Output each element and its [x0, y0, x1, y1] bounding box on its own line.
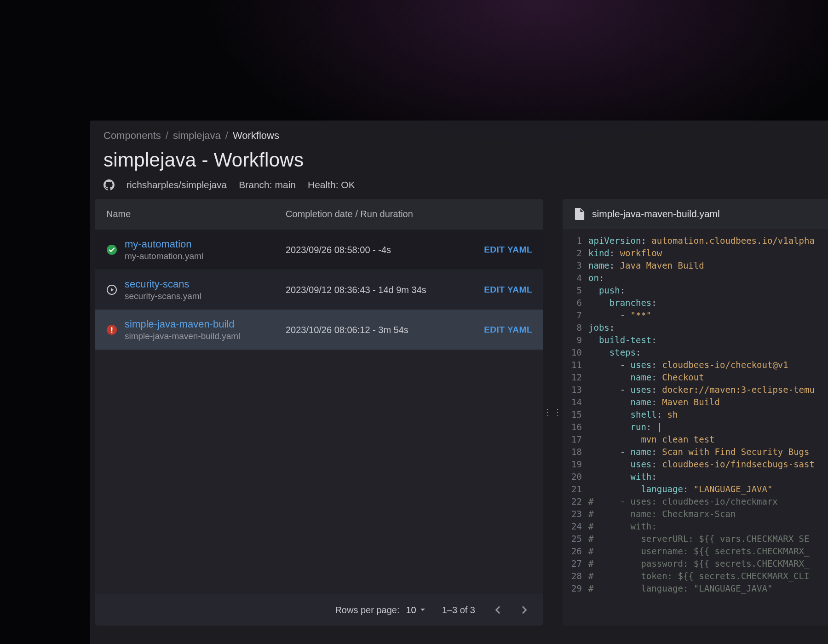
github-icon: [104, 179, 115, 190]
breadcrumb-root[interactable]: Components: [104, 130, 161, 142]
code-editor[interactable]: 1234567891011121314151617181920212223242…: [563, 229, 828, 626]
page-header: Components / simplejava / Workflows simp…: [90, 121, 828, 199]
rows-per-page-select[interactable]: 10: [406, 605, 425, 615]
workflow-file: security-scans.yaml: [125, 291, 201, 301]
edit-yaml-button[interactable]: EDIT YAML: [484, 285, 532, 294]
panel-resize-handle[interactable]: ⋮⋮: [543, 407, 563, 418]
workflow-name[interactable]: my-automation: [125, 238, 203, 250]
workflow-file: my-automation.yaml: [125, 251, 203, 261]
svg-rect-3: [111, 327, 113, 331]
file-header: simple-java-maven-build.yaml: [563, 199, 828, 229]
code-panel: simple-java-maven-build.yaml 12345678910…: [563, 199, 828, 626]
workflow-name[interactable]: simple-java-maven-build: [125, 318, 240, 330]
status-success-icon: [106, 244, 117, 255]
branch-label: Branch: main: [239, 179, 296, 190]
pagination-range: 1–3 of 3: [442, 605, 475, 615]
table-row[interactable]: my-automationmy-automation.yaml2023/09/2…: [95, 230, 543, 270]
dropdown-icon: [420, 608, 426, 612]
prev-page-button[interactable]: [492, 604, 505, 616]
breadcrumb: Components / simplejava / Workflows: [104, 130, 814, 142]
workflows-panel: Name Completion date / Run duration my-a…: [95, 199, 543, 626]
workflow-file: simple-java-maven-build.yaml: [125, 331, 240, 341]
completion-date: 2023/09/26 08:58:00 - -4s: [286, 245, 449, 255]
table-row[interactable]: security-scanssecurity-scans.yaml2023/09…: [95, 270, 543, 310]
edit-yaml-button[interactable]: EDIT YAML: [484, 325, 532, 334]
workflow-name[interactable]: security-scans: [125, 278, 201, 290]
col-header-date[interactable]: Completion date / Run duration: [286, 209, 449, 219]
breadcrumb-mid[interactable]: simplejava: [173, 130, 221, 142]
breadcrumb-separator: /: [225, 130, 228, 142]
table-row[interactable]: simple-java-maven-buildsimple-java-maven…: [95, 310, 543, 350]
completion-date: 2023/09/12 08:36:43 - 14d 9m 34s: [286, 285, 449, 295]
status-error-icon: [106, 324, 117, 335]
meta-row: richsharples/simplejava Branch: main Hea…: [104, 179, 814, 190]
table-footer: Rows per page: 10 1–3 of 3: [95, 594, 543, 626]
breadcrumb-separator: /: [166, 130, 168, 142]
page-title: simplejava - Workflows: [104, 149, 814, 171]
rows-per-page-label: Rows per page:: [335, 605, 399, 615]
edit-yaml-button[interactable]: EDIT YAML: [484, 245, 532, 254]
table-header: Name Completion date / Run duration: [95, 199, 543, 230]
app-window: Components / simplejava / Workflows simp…: [90, 121, 828, 644]
col-header-name[interactable]: Name: [106, 209, 286, 219]
svg-point-4: [111, 331, 112, 333]
file-icon: [575, 208, 585, 220]
repo-link[interactable]: richsharples/simplejava: [126, 179, 227, 190]
health-label: Health: OK: [308, 179, 355, 190]
file-name: simple-java-maven-build.yaml: [592, 208, 720, 219]
breadcrumb-current: Workflows: [233, 130, 279, 142]
next-page-button[interactable]: [518, 604, 530, 616]
completion-date: 2023/10/26 08:06:12 - 3m 54s: [286, 325, 449, 335]
status-running-icon: [106, 284, 117, 295]
